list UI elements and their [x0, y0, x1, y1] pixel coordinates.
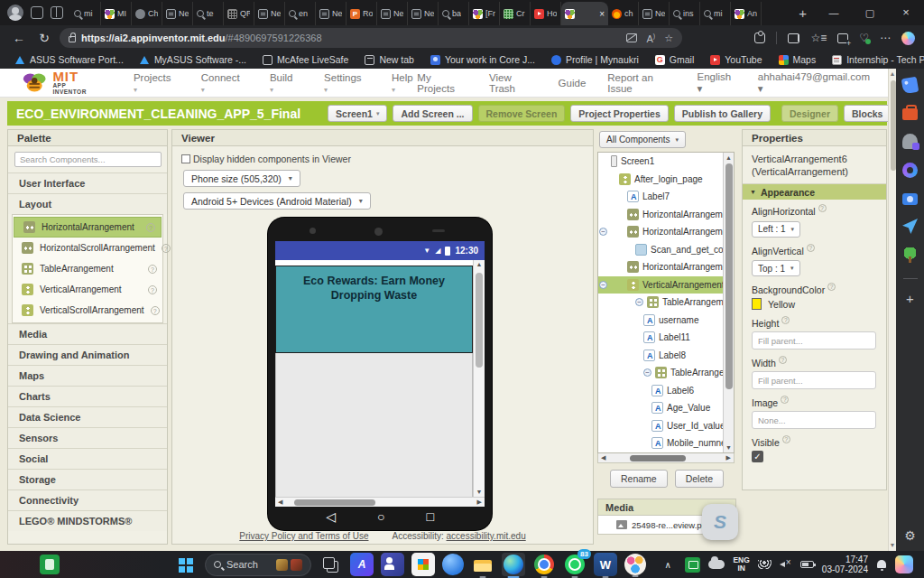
teams-taskbar-icon[interactable] — [381, 553, 404, 576]
blocks-toggle-button[interactable]: Blocks — [844, 105, 888, 122]
palette-item-tablearrangement[interactable]: TableArrangement? — [13, 258, 162, 279]
all-components-dropdown[interactable]: All Components▾ — [599, 131, 686, 148]
bookmark-item[interactable]: Your work in Core J... — [424, 54, 541, 65]
help-icon[interactable]: ? — [148, 265, 157, 274]
tree-item-label11[interactable]: Label11 — [598, 329, 734, 347]
link-guide[interactable]: Guide — [559, 78, 587, 89]
menu-connect[interactable]: Connect ▾ — [201, 72, 243, 94]
collections-icon[interactable] — [837, 33, 848, 43]
tree-horizontal-scrollbar[interactable]: ◀ ▶ — [597, 453, 735, 463]
bookmark-item[interactable]: Internship - Tech Pr... — [826, 54, 924, 65]
minimize-button[interactable]: — — [816, 0, 852, 25]
browser-tab[interactable]: ins — [670, 2, 700, 25]
add-sidebar-item-icon[interactable]: + — [902, 292, 918, 307]
collapse-icon[interactable]: − — [643, 368, 651, 377]
split-screen-icon[interactable] — [788, 33, 799, 43]
scroll-left-icon[interactable]: ◀ — [598, 454, 608, 461]
link-report-an-issue[interactable]: Report an Issue — [607, 72, 675, 94]
browser-tab[interactable]: te — [193, 2, 224, 25]
drop-send-icon[interactable] — [902, 219, 918, 234]
hidden-icons-chevron[interactable]: ∧ — [664, 560, 677, 570]
app-banner[interactable]: Eco Rewards: Earn Money Dropping Waste — [275, 266, 473, 353]
scroll-down-icon[interactable]: ▼ — [889, 540, 896, 551]
bookmark-item[interactable]: New tab — [358, 54, 420, 65]
language-indicator[interactable]: ENGIN — [733, 556, 749, 573]
android-home-icon[interactable]: ○ — [377, 508, 384, 526]
collapse-icon[interactable]: − — [635, 298, 643, 306]
browser-tab[interactable]: Ne — [254, 2, 285, 25]
palette-section-media[interactable]: Media — [8, 323, 167, 344]
device-type-dropdown[interactable]: Android 5+ Devices (Android Material)▾ — [183, 192, 371, 210]
snipping-tool-overlay-button[interactable]: S — [702, 504, 738, 540]
display-hidden-checkbox[interactable] — [181, 154, 190, 163]
notifications-bell-icon[interactable] — [876, 559, 887, 570]
tree-item-label8[interactable]: Label8 — [598, 347, 734, 365]
edge-taskbar-icon[interactable] — [502, 553, 525, 576]
volume-muted-icon[interactable] — [780, 560, 792, 569]
battery-tray-icon[interactable] — [800, 561, 814, 568]
tab-group-icon[interactable] — [31, 6, 43, 19]
maximize-button[interactable]: ▢ — [852, 0, 888, 25]
account-menu[interactable]: ahhahai479@gmail.com ▾ — [758, 71, 870, 95]
image-blocked-icon[interactable] — [626, 33, 637, 42]
page-scrollbar[interactable]: ▲ ▼ — [888, 69, 896, 551]
onedrive-icon[interactable] — [708, 560, 725, 569]
tree-item-horizontalarrangement11[interactable]: −HorizontalArrangement11 — [598, 223, 734, 241]
browser-tab[interactable]: MI — [101, 2, 132, 25]
link-my-projects[interactable]: My Projects — [417, 72, 467, 94]
scroll-thumb[interactable] — [891, 80, 896, 171]
palette-section-layout[interactable]: Layout — [8, 193, 167, 214]
shopping-tag-icon[interactable] — [901, 77, 919, 95]
scroll-right-icon[interactable]: ▶ — [475, 499, 485, 506]
tree-item-mobile_numner_va[interactable]: Mobile_numner_va — [598, 434, 734, 452]
phone-horizontal-scrollbar[interactable]: ◀ ▶ — [275, 497, 485, 507]
bookmark-item[interactable]: Maps — [772, 54, 823, 65]
tree-vertical-scrollbar[interactable]: ▲ ▼ — [723, 153, 734, 452]
tree-item-verticalarrangement6[interactable]: −VerticalArrangement6 — [598, 276, 734, 294]
palette-section-maps[interactable]: Maps — [8, 365, 167, 386]
address-bar[interactable]: https://ai2.appinventor.mit.edu/#4890697… — [60, 28, 682, 48]
scroll-thumb[interactable] — [476, 273, 483, 368]
gallery-taskbar-icon[interactable] — [624, 554, 646, 575]
palette-section-data-science[interactable]: Data Science — [8, 406, 167, 427]
palette-item-horizontalarrangement[interactable]: HorizontalArrangement? — [14, 217, 162, 238]
help-icon[interactable]: ? — [146, 223, 155, 232]
battery-mode-icon[interactable] — [40, 555, 60, 574]
palette-section-charts[interactable]: Charts — [8, 386, 167, 406]
myasus-taskbar-icon[interactable] — [350, 553, 374, 576]
lock-icon[interactable] — [69, 36, 76, 42]
tree-item-tablearrangement14[interactable]: −TableArrangement14 — [598, 294, 734, 312]
browser-tab[interactable]: Ne — [162, 2, 193, 25]
clock-date[interactable]: 17:4703-07-2024 — [822, 555, 868, 574]
browser-tab[interactable]: An — [731, 2, 762, 25]
property-input[interactable]: Fill parent... — [752, 371, 876, 389]
phone-size-dropdown[interactable]: Phone size (505,320)▾ — [183, 170, 300, 187]
tray-app-icon[interactable] — [685, 557, 700, 573]
palette-item-verticalscrollarrangement[interactable]: VerticalScrollArrangement? — [13, 300, 162, 321]
start-taskbar-icon[interactable] — [173, 553, 197, 576]
phone-vertical-scrollbar[interactable]: ▲ ▼ — [473, 260, 485, 497]
help-icon[interactable]: ? — [151, 306, 160, 315]
property-checkbox[interactable]: ✓ — [752, 451, 763, 462]
mit-app-inventor-logo[interactable]: MIT APP INVENTOR — [0, 70, 99, 95]
whatsapp-taskbar-icon[interactable]: 83 — [563, 553, 587, 576]
link-view-trash[interactable]: View Trash — [489, 72, 537, 94]
help-icon[interactable]: ? — [781, 396, 789, 404]
screen-selector[interactable]: Screen1▾ — [328, 105, 387, 122]
word-taskbar-icon[interactable] — [594, 553, 617, 576]
bookmark-item[interactable]: MyASUS Software -... — [134, 54, 253, 65]
help-icon[interactable]: ? — [148, 285, 157, 294]
help-icon[interactable]: ? — [781, 316, 790, 324]
privacy-policy-link[interactable]: Privacy Policy and Terms of Use — [239, 531, 368, 541]
copilot-icon[interactable] — [901, 32, 915, 45]
cleaner-taskbar-icon[interactable] — [442, 554, 464, 575]
menu-help[interactable]: Help ▾ — [392, 72, 417, 94]
bookmark-item[interactable]: YouTube — [704, 54, 768, 65]
tree-icon[interactable] — [902, 247, 918, 263]
browser-tab[interactable]: ch — [608, 2, 639, 25]
bookmark-item[interactable]: Gmail — [649, 54, 700, 65]
browser-tab[interactable]: Ro — [346, 2, 377, 25]
browser-tab[interactable]: Ho — [531, 2, 561, 25]
browser-tab[interactable]: en — [285, 2, 316, 25]
scroll-thumb[interactable] — [725, 163, 733, 389]
